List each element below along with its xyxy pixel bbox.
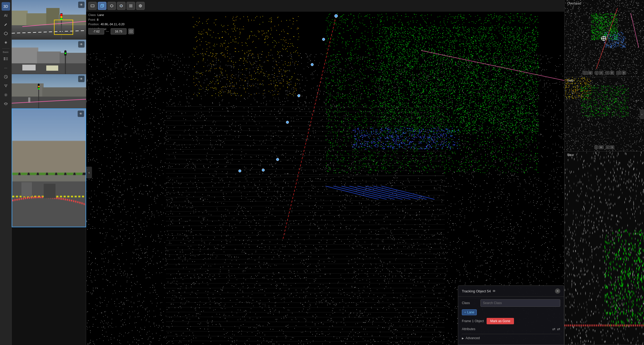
camera-panel: 👁 👁 👁 👁: [12, 0, 86, 345]
overhead-canvas: [564, 0, 644, 77]
right-panels: Overhead ← Q ↓ A ↑ D → E Side ›: [564, 0, 644, 345]
s-hint: ↓ S: [606, 145, 614, 149]
attrs-label: Attributes: [462, 327, 475, 331]
toolbar-draw[interactable]: [2, 20, 10, 29]
toolbar-history[interactable]: [2, 73, 10, 81]
tracking-eye-icon[interactable]: 👁: [492, 289, 496, 293]
overhead-label: Overhead: [567, 2, 581, 5]
frame-row: Frame 1 Object Mark as Gone: [462, 318, 560, 324]
svg-point-7: [140, 5, 141, 6]
toolbar-node[interactable]: [2, 29, 10, 38]
camera-view-2[interactable]: 👁: [12, 39, 86, 74]
tracking-panel: Tracking Object 54 👁 ✕ Class ⟡ Lane Fram…: [458, 285, 564, 345]
w-hint: ↑ W: [594, 145, 604, 149]
overhead-panel: Overhead ← Q ↓ A ↑ D → E: [564, 0, 644, 77]
toolbar-layers[interactable]: [2, 100, 10, 108]
height-icon-btn[interactable]: [128, 28, 134, 34]
cam-canvas-3: [12, 74, 86, 108]
height-max-input[interactable]: [111, 28, 127, 35]
mark-gone-btn[interactable]: Mark as Gone: [487, 318, 514, 324]
toolbar-transform[interactable]: [2, 38, 10, 47]
overhead-nav-hints: ← Q ↓ A ↑ D → E: [582, 71, 626, 75]
attrs-row: Attributes ⇄ ⇄: [462, 327, 560, 331]
cube-tool-btn[interactable]: [98, 2, 106, 10]
class-tag-row: ⟡ Lane: [462, 309, 560, 315]
main-3d-view[interactable]: Class: Lane Point: 8 Position: 40.86,-34…: [86, 0, 564, 345]
class-field-label: Class: [462, 301, 478, 305]
rear-label: Rear: [567, 153, 574, 157]
polygon-tool-btn[interactable]: [107, 2, 116, 10]
tracking-body: Class ⟡ Lane Frame 1 Object Mark as Gone…: [458, 297, 564, 345]
cam-bottom-fill: [12, 227, 86, 345]
side-right-arrow[interactable]: ›: [640, 110, 644, 119]
cam-eye-4[interactable]: 👁: [78, 111, 84, 117]
target-tool-btn[interactable]: [136, 2, 145, 10]
camera-view-4[interactable]: 👁: [12, 108, 86, 227]
svg-marker-0: [4, 32, 7, 35]
advanced-label: Advanced: [466, 336, 480, 340]
rear-panel: Rear: [564, 152, 644, 345]
cam-canvas-1: [12, 0, 86, 39]
toolbar-filter[interactable]: [2, 82, 10, 90]
svg-marker-4: [110, 5, 113, 7]
lane-tag[interactable]: ⟡ Lane: [462, 309, 477, 315]
cam-eye-1[interactable]: 👁: [78, 2, 85, 8]
toolbar-ai[interactable]: AI: [2, 11, 10, 20]
toolbar-dots[interactable]: ···: [2, 64, 10, 72]
tracking-title-text: Tracking Object 54: [462, 289, 491, 293]
left-toolbar: 3D AI Basic ···: [0, 0, 12, 345]
svg-marker-5: [120, 5, 123, 7]
search-class-input[interactable]: [480, 299, 560, 307]
cam-canvas-2: [12, 40, 86, 74]
rear-canvas: [564, 152, 644, 345]
cam-canvas-4: [12, 109, 86, 227]
attrs-icons: ⇄ ⇄: [552, 327, 560, 331]
a-hint: ↓ A: [595, 71, 603, 75]
camera-view-3[interactable]: 👁: [12, 74, 86, 108]
frame-label: Frame 1 Object: [462, 319, 484, 323]
rect-tool-btn[interactable]: [88, 2, 97, 10]
node-edit-btn[interactable]: [127, 2, 135, 10]
height-min-input[interactable]: [88, 28, 104, 35]
tracking-title: Tracking Object 54 👁: [462, 289, 496, 293]
cam-eye-2[interactable]: 👁: [78, 41, 85, 48]
segment-tool-btn[interactable]: [117, 2, 126, 10]
side-nav-hints: ↑ W ↓ S: [594, 145, 614, 149]
attr-icon-1[interactable]: ⇄: [552, 327, 555, 331]
tracking-header: Tracking Object 54 👁 ✕: [458, 286, 564, 297]
advanced-row[interactable]: ▶ Advanced: [462, 334, 560, 342]
side-label: Side: [567, 79, 574, 82]
svg-rect-2: [91, 5, 94, 7]
main-toolbar: [86, 0, 564, 12]
tracking-close-btn[interactable]: ✕: [555, 288, 560, 294]
svg-point-1: [5, 94, 6, 95]
lane-tag-label: Lane: [467, 310, 474, 314]
camera-view-1[interactable]: 👁: [12, 0, 86, 39]
d-hint: ↑ D: [605, 71, 614, 75]
lane-tag-icon: ⟡: [464, 311, 466, 314]
cam-eye-3[interactable]: 👁: [78, 76, 85, 82]
toolbar-3d[interactable]: 3D: [2, 2, 10, 11]
height-range-bar: —: [88, 28, 134, 35]
toolbar-play[interactable]: [2, 54, 10, 63]
side-canvas: [564, 77, 644, 151]
svg-rect-3: [101, 5, 103, 7]
attr-icon-2[interactable]: ⇄: [557, 327, 560, 331]
e-hint: → E: [616, 71, 626, 75]
basic-label: Basic: [3, 51, 9, 53]
advanced-arrow-icon: ▶: [462, 337, 464, 340]
toolbar-settings[interactable]: [2, 91, 10, 99]
left-arrow[interactable]: ‹: [86, 167, 92, 178]
toolbar-divider-1: [2, 48, 10, 49]
class-row: Class: [462, 299, 560, 307]
q-hint: ← Q: [582, 71, 592, 75]
height-sep: —: [106, 30, 109, 33]
side-panel: Side › ↑ W ↓ S: [564, 77, 644, 152]
